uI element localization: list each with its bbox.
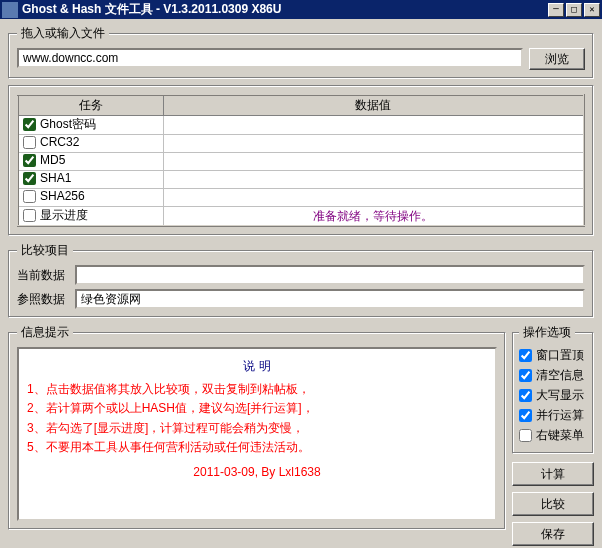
option-大写显示[interactable]: 大写显示 xyxy=(519,387,587,404)
current-data-label: 当前数据 xyxy=(17,267,73,284)
close-button[interactable]: ✕ xyxy=(584,3,600,17)
task-label: SHA1 xyxy=(40,171,71,185)
options-legend: 操作选项 xyxy=(519,324,575,341)
file-input-group: 拖入或输入文件 浏览 xyxy=(8,25,594,79)
table-row: MD5 xyxy=(18,153,584,171)
task-checkbox-显示进度[interactable]: 显示进度 xyxy=(23,207,88,224)
ref-data-input[interactable] xyxy=(75,289,585,309)
table-row: Ghost密码 xyxy=(18,116,584,135)
task-label: 显示进度 xyxy=(40,207,88,224)
task-label: Ghost密码 xyxy=(40,116,96,133)
task-checkbox-sha256[interactable]: SHA256 xyxy=(23,189,85,203)
tasks-table: 任务 数据值 Ghost密码CRC32MD5SHA1SHA256显示进度准备就绪… xyxy=(17,94,585,227)
info-line: 1、点击数据值将其放入比较项，双击复制到粘帖板， xyxy=(27,380,487,399)
checkbox[interactable] xyxy=(519,369,532,382)
task-value-cell[interactable] xyxy=(163,135,584,153)
checkbox[interactable] xyxy=(519,429,532,442)
info-line: 3、若勾选了[显示进度]，计算过程可能会稍为变慢， xyxy=(27,419,487,438)
table-row: SHA256 xyxy=(18,189,584,207)
option-label: 大写显示 xyxy=(536,387,584,404)
option-并行运算[interactable]: 并行运算 xyxy=(519,407,587,424)
option-label: 并行运算 xyxy=(536,407,584,424)
checkbox[interactable] xyxy=(23,136,36,149)
checkbox[interactable] xyxy=(519,409,532,422)
checkbox[interactable] xyxy=(23,154,36,167)
window-title: Ghost & Hash 文件工具 - V1.3.2011.0309 X86U xyxy=(22,1,546,18)
task-value-cell[interactable] xyxy=(163,153,584,171)
file-path-input[interactable] xyxy=(17,48,523,68)
checkbox[interactable] xyxy=(23,190,36,203)
task-value-cell[interactable]: 准备就绪，等待操作。 xyxy=(163,207,584,227)
col-value[interactable]: 数据值 xyxy=(163,95,584,116)
ref-data-label: 参照数据 xyxy=(17,291,73,308)
info-heading: 说 明 xyxy=(27,357,487,376)
info-legend: 信息提示 xyxy=(17,324,73,341)
checkbox[interactable] xyxy=(519,349,532,362)
info-line: 5、不要用本工具从事任何营利活动或任何违法活动。 xyxy=(27,438,487,457)
browse-button[interactable]: 浏览 xyxy=(529,48,585,70)
option-label: 窗口置顶 xyxy=(536,347,584,364)
option-右键菜单[interactable]: 右键菜单 xyxy=(519,427,587,444)
tasks-group: 任务 数据值 Ghost密码CRC32MD5SHA1SHA256显示进度准备就绪… xyxy=(8,85,594,236)
options-group: 操作选项 窗口置顶清空信息大写显示并行运算右键菜单 xyxy=(512,324,594,454)
current-data-input[interactable] xyxy=(75,265,585,285)
task-checkbox-crc32[interactable]: CRC32 xyxy=(23,135,79,149)
calc-button[interactable]: 计算 xyxy=(512,462,594,486)
checkbox[interactable] xyxy=(23,209,36,222)
titlebar: Ghost & Hash 文件工具 - V1.3.2011.0309 X86U … xyxy=(0,0,602,19)
checkbox[interactable] xyxy=(23,172,36,185)
compare-legend: 比较项目 xyxy=(17,242,73,259)
info-textarea[interactable]: 说 明 1、点击数据值将其放入比较项，双击复制到粘帖板，2、若计算两个或以上HA… xyxy=(17,347,497,521)
task-checkbox-md5[interactable]: MD5 xyxy=(23,153,65,167)
table-row: CRC32 xyxy=(18,135,584,153)
task-checkbox-ghost密码[interactable]: Ghost密码 xyxy=(23,116,96,133)
task-value-cell[interactable] xyxy=(163,116,584,135)
compare-group: 比较项目 当前数据 参照数据 xyxy=(8,242,594,318)
option-窗口置顶[interactable]: 窗口置顶 xyxy=(519,347,587,364)
save-button[interactable]: 保存 xyxy=(512,522,594,546)
maximize-button[interactable]: □ xyxy=(566,3,582,17)
table-row: SHA1 xyxy=(18,171,584,189)
info-footer: 2011-03-09, By Lxl1638 xyxy=(27,463,487,482)
task-label: CRC32 xyxy=(40,135,79,149)
info-line: 2、若计算两个或以上HASH值，建议勾选[并行运算]， xyxy=(27,399,487,418)
option-label: 右键菜单 xyxy=(536,427,584,444)
checkbox[interactable] xyxy=(519,389,532,402)
col-task[interactable]: 任务 xyxy=(18,95,163,116)
task-checkbox-sha1[interactable]: SHA1 xyxy=(23,171,71,185)
file-input-legend: 拖入或输入文件 xyxy=(17,25,109,42)
option-清空信息[interactable]: 清空信息 xyxy=(519,367,587,384)
app-icon xyxy=(2,2,18,18)
table-row: 显示进度准备就绪，等待操作。 xyxy=(18,207,584,227)
task-value-cell[interactable] xyxy=(163,171,584,189)
compare-button[interactable]: 比较 xyxy=(512,492,594,516)
task-value-cell[interactable] xyxy=(163,189,584,207)
client-area: 拖入或输入文件 浏览 任务 数据值 Ghost密码CRC32MD5SHA1SHA… xyxy=(0,19,602,548)
checkbox[interactable] xyxy=(23,118,36,131)
info-group: 信息提示 说 明 1、点击数据值将其放入比较项，双击复制到粘帖板，2、若计算两个… xyxy=(8,324,506,530)
minimize-button[interactable]: ─ xyxy=(548,3,564,17)
task-label: SHA256 xyxy=(40,189,85,203)
option-label: 清空信息 xyxy=(536,367,584,384)
task-label: MD5 xyxy=(40,153,65,167)
